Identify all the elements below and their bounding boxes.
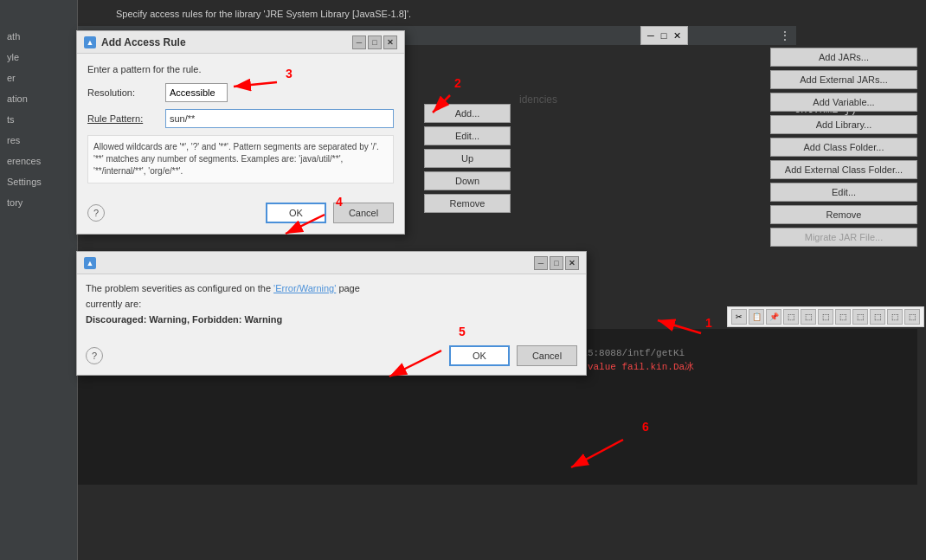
resolution-label: Resolution: (87, 87, 165, 98)
toolbar-icon-5[interactable]: ⬚ (801, 309, 816, 325)
help-icon[interactable]: ? (87, 204, 105, 222)
toolbar-icon-1[interactable]: ✂ (731, 309, 747, 325)
prop-text-1: The problem severities as configured on … (86, 283, 577, 293)
dialog-add-access-title: Add Access Rule (101, 36, 186, 48)
dialog-maximize-btn[interactable]: □ (368, 35, 382, 49)
toolbar-icon-9[interactable]: ⬚ (870, 309, 885, 325)
sidebar-item-er[interactable]: er (0, 68, 77, 88)
toolbar-icon-6[interactable]: ⬚ (818, 309, 833, 325)
dialog-add-access-body: Enter a pattern for the rule. Resolution… (77, 54, 404, 203)
help-text: Allowed wildcards are '*', '?' and '**'.… (87, 135, 394, 183)
toolbar-icons-row: ✂ 📋 📌 ⬚ ⬚ ⬚ ⬚ ⬚ ⬚ ⬚ ⬚ (727, 306, 924, 327)
add-library-button[interactable]: Add Library... (770, 115, 917, 134)
toolbar-icon-11[interactable]: ⬚ (904, 309, 920, 325)
rule-pattern-row: Rule Pattern: (87, 109, 394, 128)
sidebar: ath yle er ation ts res erences Settings… (0, 0, 78, 560)
toolbar-icon-10[interactable]: ⬚ (887, 309, 903, 325)
bg-maximize-icon[interactable]: □ (659, 30, 670, 41)
toolbar-icon-3[interactable]: 📌 (766, 309, 781, 325)
prop-body: The problem severities as configured on … (77, 274, 586, 342)
right-panel: Add JARs... Add External JARs... Add Var… (770, 48, 917, 247)
resolution-select[interactable]: Accessible Discouraged Forbidden (165, 83, 228, 102)
access-rule-buttons: Add... Edit... Up Down Remove (424, 104, 511, 213)
edit-rule-button[interactable]: Edit... (424, 126, 511, 145)
down-rule-button[interactable]: Down (424, 171, 511, 190)
toolbar-icon-2[interactable]: 📋 (749, 309, 764, 325)
dialog-ok-button[interactable]: OK (266, 203, 326, 223)
specify-text: Specify access rules for the library 'JR… (113, 7, 415, 21)
dialog-properties: ▲ ─ □ ✕ The problem severities as config… (76, 251, 587, 376)
resolution-select-wrapper: Accessible Discouraged Forbidden (165, 83, 394, 102)
migrate-jar-button[interactable]: Migrate JAR File... (770, 228, 917, 247)
right-edit-button[interactable]: Edit... (770, 183, 917, 202)
prop-help-icon[interactable]: ? (86, 347, 103, 364)
prop-minimize-btn[interactable]: ─ (534, 256, 548, 270)
prop-close-btn[interactable]: ✕ (565, 256, 579, 270)
prop-cancel-button[interactable]: Cancel (517, 345, 577, 366)
prop-text-2: currently are: (86, 299, 577, 309)
sidebar-item-ts[interactable]: ts (0, 109, 77, 130)
rule-pattern-label: Rule Pattern: (87, 113, 165, 124)
sidebar-item-settings[interactable]: Settings (0, 171, 77, 192)
toolbar-icon-8[interactable]: ⬚ (852, 309, 868, 325)
add-jars-button[interactable]: Add JARs... (770, 48, 917, 67)
sidebar-item-tory[interactable]: tory (0, 192, 77, 213)
dialog-add-access-footer: ? OK Cancel (77, 203, 404, 234)
prop-footer: ? OK Cancel (77, 342, 586, 375)
add-external-class-folder-button[interactable]: Add External Class Folder... (770, 160, 917, 179)
sidebar-item-ath[interactable]: ath (0, 26, 77, 47)
dialog-icon: ▲ (84, 36, 96, 48)
bg-minimize-icon[interactable]: ─ (645, 30, 657, 41)
sidebar-item-erences[interactable]: erences (0, 151, 77, 171)
prop-warning-text: Discouraged: Warning, Forbidden: Warning (86, 314, 577, 325)
dialog-cancel-button[interactable]: Cancel (333, 203, 394, 223)
add-external-jars-button[interactable]: Add External JARs... (770, 70, 917, 89)
dialog-close-btn[interactable]: ✕ (383, 35, 397, 49)
prop-ok-button[interactable]: OK (449, 345, 510, 366)
add-variable-button[interactable]: Add Variable... (770, 93, 917, 112)
dialog-description: Enter a pattern for the rule. (87, 64, 394, 74)
sidebar-item-yle[interactable]: yle (0, 47, 77, 68)
dialog-minimize-btn[interactable]: ─ (352, 35, 366, 49)
bg-window-controls: ─ □ ✕ (640, 26, 688, 45)
toolbar-icon-7[interactable]: ⬚ (835, 309, 851, 325)
toolbar-icon-4[interactable]: ⬚ (783, 309, 799, 325)
nav-menu-icon[interactable]: ⋮ (779, 29, 791, 42)
sidebar-item-res[interactable]: res (0, 130, 77, 151)
dependencies-label: idencies (519, 93, 557, 106)
prop-maximize-btn[interactable]: □ (550, 256, 563, 270)
dialog-properties-titlebar: ▲ ─ □ ✕ (77, 252, 586, 274)
up-rule-button[interactable]: Up (424, 149, 511, 168)
prop-dialog-icon: ▲ (84, 257, 96, 269)
resolution-row: Resolution: Accessible Discouraged Forbi… (87, 83, 394, 102)
dialog-add-access-titlebar: ▲ Add Access Rule ─ □ ✕ (77, 31, 404, 54)
add-class-folder-button[interactable]: Add Class Folder... (770, 138, 917, 157)
bg-close-icon[interactable]: ✕ (671, 30, 684, 42)
dialog-add-access: ▲ Add Access Rule ─ □ ✕ Enter a pattern … (76, 30, 405, 235)
right-remove-button[interactable]: Remove (770, 205, 917, 224)
rule-pattern-input[interactable] (165, 109, 394, 128)
sidebar-item-ation[interactable]: ation (0, 88, 77, 109)
add-rule-button[interactable]: Add... (424, 104, 511, 123)
error-warning-link[interactable]: 'Error/Warning' (273, 283, 336, 293)
remove-rule-button[interactable]: Remove (424, 194, 511, 213)
